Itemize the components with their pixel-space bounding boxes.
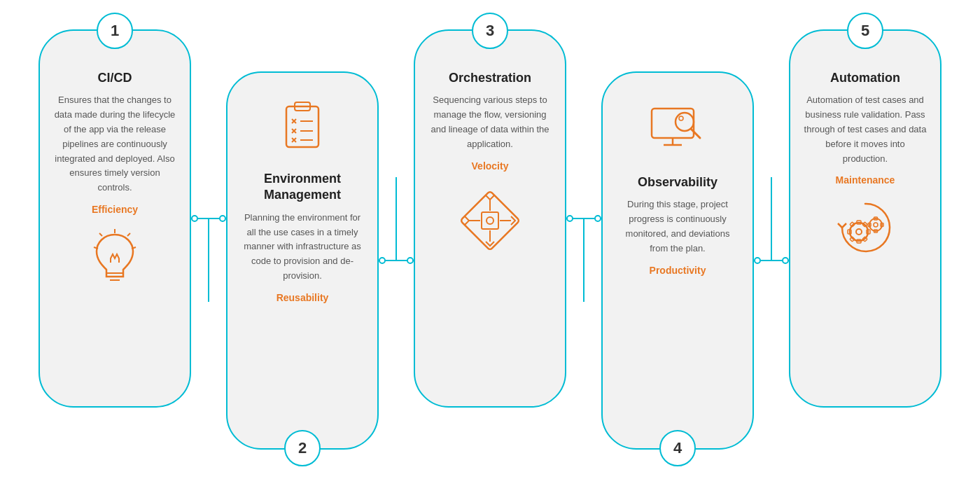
card-1-desc: Ensures that the changes to data made du… xyxy=(52,93,177,195)
card-2-wrapper: Environment Management Planning the envi… xyxy=(226,71,379,450)
svg-line-4 xyxy=(127,233,130,236)
card-5-wrapper: 5 Automation Automation of test cases an… xyxy=(789,29,941,408)
card-3-desc: Sequencing various steps to manage the f… xyxy=(428,93,552,151)
card-3-title: Orchestration xyxy=(449,70,531,86)
svg-point-32 xyxy=(850,223,868,241)
card-5-keyword: Maintenance xyxy=(836,174,895,186)
card-4-title: Observability xyxy=(638,174,718,190)
card-2-desc: Planning the environment for all the use… xyxy=(240,211,365,284)
card-4-keyword: Productivity xyxy=(650,265,706,276)
card-5-title: Automation xyxy=(830,70,900,86)
card-3-wrapper: 3 Orchestration Sequencing various steps… xyxy=(414,29,566,408)
badge-4: 4 xyxy=(659,430,696,466)
badge-3: 3 xyxy=(472,13,508,49)
card-3: 3 Orchestration Sequencing various steps… xyxy=(414,29,566,408)
connector-3-4 xyxy=(566,218,601,219)
card-1: 1 CI/CD Ensures that the changes to data… xyxy=(38,29,191,408)
svg-point-33 xyxy=(856,229,862,235)
connector-4-5 xyxy=(754,260,789,261)
svg-line-30 xyxy=(691,129,700,138)
card-2-title: Environment Management xyxy=(240,171,365,204)
connector-2-3 xyxy=(379,260,414,261)
svg-point-43 xyxy=(874,223,878,227)
clipboard-icon xyxy=(278,98,327,157)
badge-2: 2 xyxy=(284,430,321,466)
badge-1: 1 xyxy=(97,13,133,49)
card-1-wrapper: 1 CI/CD Ensures that the changes to data… xyxy=(38,29,191,408)
card-4-desc: During this stage, project progress is c… xyxy=(615,197,740,256)
svg-rect-8 xyxy=(286,106,318,147)
svg-rect-20 xyxy=(482,212,498,229)
badge-5: 5 xyxy=(847,13,883,49)
lightbulb-icon xyxy=(87,228,143,293)
card-1-keyword: Efficiency xyxy=(92,204,138,215)
card-2: Environment Management Planning the envi… xyxy=(226,71,379,450)
diamond-icon xyxy=(455,186,525,258)
card-3-keyword: Velocity xyxy=(472,160,509,172)
connector-1-2 xyxy=(191,218,226,219)
monitor-icon xyxy=(648,105,708,160)
svg-line-6 xyxy=(99,233,102,236)
card-4-wrapper: Observability During this stage, project… xyxy=(601,71,754,450)
svg-point-21 xyxy=(486,217,493,224)
card-4: Observability During this stage, project… xyxy=(601,71,754,450)
diagram: 1 CI/CD Ensures that the changes to data… xyxy=(7,15,973,464)
svg-point-31 xyxy=(679,116,683,120)
card-2-keyword: Reusability xyxy=(276,292,329,303)
card-5-desc: Automation of test cases and business ru… xyxy=(803,93,927,166)
gears-icon xyxy=(832,198,899,261)
card-5: 5 Automation Automation of test cases an… xyxy=(789,29,941,408)
card-1-title: CI/CD xyxy=(98,70,132,86)
